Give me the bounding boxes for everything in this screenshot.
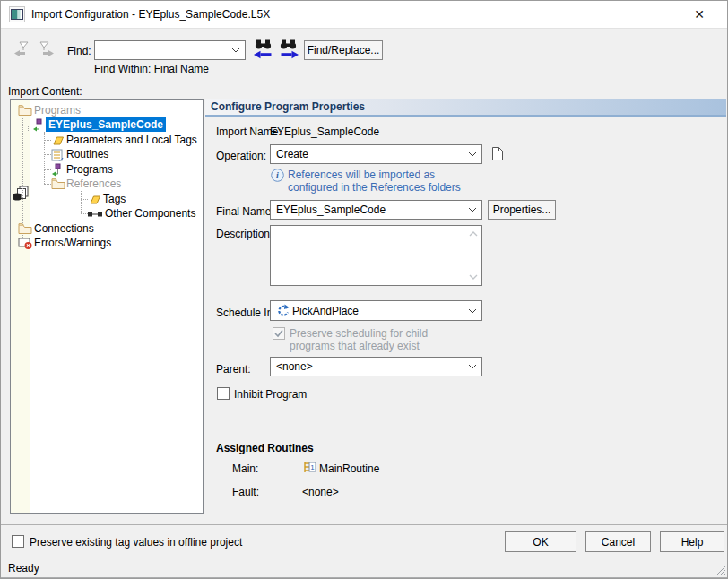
next-difference-button[interactable] (35, 39, 58, 60)
routines-icon (50, 148, 65, 162)
preserve-scheduling-line2: programs that already exist (290, 340, 420, 352)
folder-icon (18, 222, 32, 234)
tree-item-label: Other Components (105, 206, 195, 220)
program-icon (51, 163, 64, 177)
find-within-text: Find Within: Final Name (94, 63, 209, 75)
new-document-icon[interactable] (491, 146, 504, 161)
find-combobox[interactable] (94, 40, 246, 60)
preserve-scheduling-checkbox[interactable] (273, 327, 285, 340)
tree-item-parameters-local-tags[interactable]: Parameters and Local Tags (11, 133, 203, 147)
statusbar-text: Ready (8, 562, 39, 575)
svg-text:1: 1 (310, 463, 315, 471)
find-replace-label: Find/Replace... (308, 44, 380, 56)
description-label: Description: (216, 228, 273, 240)
cancel-button[interactable]: Cancel (585, 531, 651, 552)
app-icon (9, 6, 25, 22)
tree-item-references[interactable]: References (11, 177, 203, 191)
tree-item-label: Connections (34, 221, 94, 236)
final-name-combobox[interactable]: EYEplus_SampleCode (270, 200, 482, 220)
import-name-value: EYEplus_SampleCode (270, 125, 379, 138)
chevron-down-icon (468, 151, 477, 157)
preserve-scheduling-line1: Preserve scheduling for child (290, 327, 428, 340)
main-routine-value: MainRoutine (319, 462, 379, 475)
tree-item-connections[interactable]: Connections (11, 221, 203, 236)
close-button[interactable]: ✕ (684, 1, 715, 28)
fault-routine-label: Fault: (232, 486, 259, 498)
info-icon: i (271, 169, 284, 182)
cancel-button-label: Cancel (602, 536, 635, 549)
final-name-value: EYEplus_SampleCode (276, 203, 386, 216)
footer-separator (1, 524, 728, 525)
tree-item-label: Programs (34, 103, 81, 117)
routine-icon: 1 (302, 460, 316, 474)
final-name-label: Final Name: (216, 205, 274, 218)
binoculars-right-arrow-icon (278, 39, 299, 59)
components-icon (87, 210, 103, 219)
tree-item-tags[interactable]: Tags (11, 192, 203, 206)
tree-item-label: References (66, 177, 121, 191)
binoculars-left-arrow-icon (253, 39, 274, 59)
assigned-routines-header: Assigned Routines (216, 442, 314, 454)
operation-value: Create (276, 148, 308, 160)
statusbar-separator (1, 557, 728, 557)
find-label: Find: (67, 45, 91, 57)
tree-item-errors-warnings[interactable]: Errors/Warnings (11, 236, 203, 250)
chevron-down-icon (231, 48, 240, 53)
find-next-button[interactable] (277, 38, 300, 59)
tree-item-eyeplus-samplecode[interactable]: EYEplus_SampleCode (11, 117, 203, 132)
info-note-line2: configured in the References folders (288, 181, 461, 194)
inhibit-program-checkbox[interactable] (217, 387, 230, 400)
scroll-up-icon[interactable] (469, 231, 478, 237)
tree-item-label: Programs (66, 162, 113, 177)
import-content-tree: Programs EYEplus_SampleCode Parameters a… (10, 99, 204, 514)
ok-button-label: OK (533, 536, 548, 549)
properties-button[interactable]: Properties... (488, 200, 556, 220)
scroll-down-icon[interactable] (469, 274, 478, 280)
chevron-down-icon (468, 364, 477, 369)
schedule-in-combobox[interactable]: PickAndPlace (270, 300, 482, 321)
schedule-in-label: Schedule In: (216, 307, 276, 319)
find-replace-button[interactable]: Find/Replace... (304, 40, 383, 60)
checkmark-icon (273, 328, 284, 339)
program-icon (32, 118, 45, 133)
import-configuration-dialog: Import Configuration - EYEplus_SampleCod… (0, 0, 728, 579)
svg-text:i: i (276, 170, 279, 180)
folder-icon (51, 177, 65, 189)
parent-label: Parent: (216, 363, 251, 376)
prev-difference-icon (13, 40, 30, 58)
tree-item-label-selected: EYEplus_SampleCode (46, 117, 166, 132)
preserve-tag-values-checkbox[interactable] (12, 535, 24, 548)
tree-item-other-components[interactable]: Other Components (11, 206, 203, 220)
fault-routine-value: <none> (302, 486, 339, 498)
tree-item-label: Routines (66, 147, 108, 161)
tree-item-programs-sub[interactable]: Programs (11, 162, 203, 177)
tree-item-label: Parameters and Local Tags (66, 133, 197, 147)
panel-header: Configure Program Properties (205, 99, 726, 117)
folder-icon (18, 104, 32, 116)
ok-button[interactable]: OK (505, 531, 576, 552)
resize-grip[interactable] (715, 565, 726, 576)
title-bar: Import Configuration - EYEplus_SampleCod… (1, 1, 727, 29)
parent-value: <none> (276, 360, 313, 373)
chevron-down-icon (468, 207, 477, 212)
find-previous-button[interactable] (252, 38, 275, 59)
chevron-down-icon (468, 308, 477, 314)
task-icon (276, 304, 290, 317)
tree-item-label: Tags (103, 192, 126, 206)
tree-item-label: Errors/Warnings (34, 236, 111, 250)
operation-combobox[interactable]: Create (270, 144, 482, 164)
prev-difference-button[interactable] (10, 39, 33, 60)
properties-button-label: Properties... (493, 203, 551, 216)
parent-combobox[interactable]: <none> (270, 357, 482, 376)
schedule-in-value: PickAndPlace (292, 305, 359, 317)
tree-item-routines[interactable]: Routines (11, 147, 203, 161)
description-textbox[interactable] (270, 225, 482, 286)
help-button-label: Help (681, 536, 704, 549)
help-button[interactable]: Help (660, 531, 724, 552)
info-note-line1: References will be imported as (288, 169, 435, 181)
operation-label: Operation: (216, 150, 266, 162)
tree-item-programs-root[interactable]: Programs (11, 103, 203, 117)
main-routine-label: Main: (232, 462, 258, 475)
find-input[interactable] (95, 41, 245, 59)
import-content-label: Import Content: (8, 85, 82, 98)
